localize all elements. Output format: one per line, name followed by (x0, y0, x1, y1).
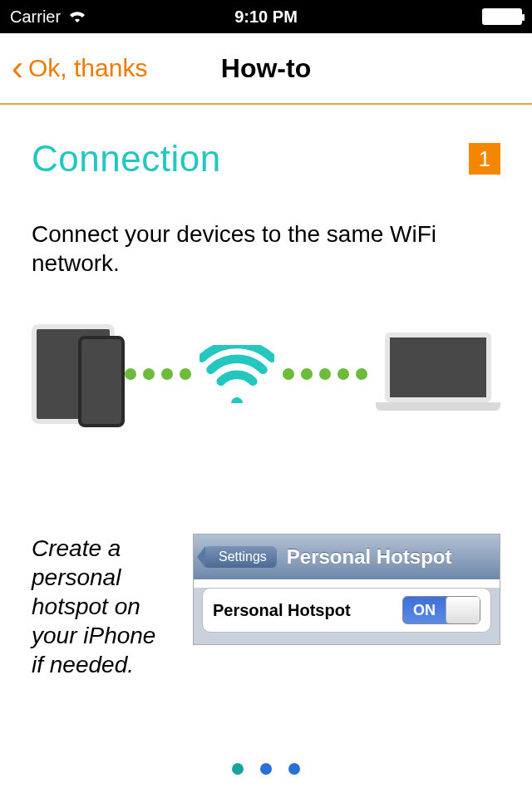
content: Connection 1 Connect your devices to the… (0, 105, 532, 679)
page-dot[interactable] (288, 763, 300, 775)
navigation-bar: ‹ Ok, thanks How-to (0, 33, 532, 105)
back-button[interactable]: ‹ Ok, thanks (0, 51, 147, 86)
page-title: How-to (221, 53, 311, 84)
wifi-illustration (32, 316, 500, 432)
clock: 9:10 PM (234, 7, 298, 27)
back-label: Ok, thanks (28, 54, 147, 82)
mobile-devices-icon (32, 324, 98, 424)
battery-icon (482, 8, 522, 25)
instruction-text: Connect your devices to the same WiFi ne… (32, 219, 500, 278)
page-indicator[interactable] (232, 763, 300, 775)
laptop-icon (376, 332, 500, 416)
connection-dots-icon (283, 368, 367, 380)
status-bar: Carrier 9:10 PM (0, 0, 532, 33)
wifi-icon (67, 7, 87, 27)
chevron-left-icon: ‹ (12, 51, 23, 86)
ios-cell-label: Personal Hotspot (213, 601, 351, 620)
ios-settings-back: Settings (204, 546, 277, 568)
section-title: Connection (32, 138, 221, 180)
page-dot[interactable] (260, 763, 272, 775)
hotspot-screenshot: Settings Personal Hotspot Personal Hotsp… (193, 534, 500, 645)
ios-switch: ON (402, 596, 480, 624)
carrier-label: Carrier (10, 7, 61, 27)
step-badge: 1 (469, 143, 500, 175)
hotspot-hint: Create a personal hotspot on your iPhone… (32, 534, 173, 679)
page-dot[interactable] (232, 763, 244, 775)
wifi-icon (200, 345, 274, 403)
ios-panel-title: Personal Hotspot (287, 545, 452, 569)
